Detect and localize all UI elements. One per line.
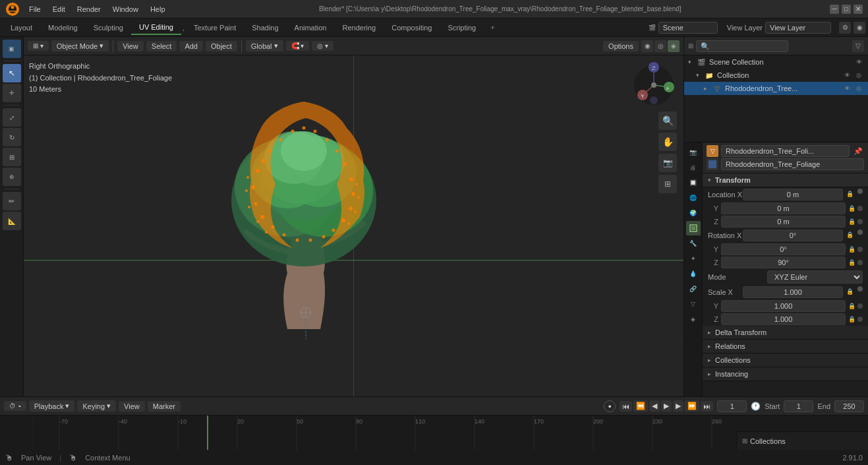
view-layer-properties-btn[interactable]: 🔲 [686, 175, 701, 190]
viewport-canvas[interactable]: Right Orthographic (1) Collection | Rhod… [24, 55, 683, 396]
rotation-y-input[interactable] [721, 243, 846, 255]
rotation-mode-select[interactable]: XYZ Euler [767, 270, 863, 284]
end-frame-input[interactable] [834, 400, 864, 412]
close-button[interactable]: ✕ [854, 5, 863, 14]
prev-frame-button[interactable]: ⏪ [633, 400, 648, 412]
transform-section-header[interactable]: ▾ Transform [703, 173, 868, 187]
timeline-track[interactable]: -70 -40 -10 20 50 80 110 140 170 200 [0, 416, 868, 450]
scale-x-dot[interactable] [857, 286, 863, 292]
physics-properties-btn[interactable]: 💧 [686, 266, 701, 281]
marker-button[interactable]: Marker [148, 401, 181, 412]
object-properties-btn[interactable] [686, 221, 701, 235]
next-frame-button[interactable]: ⏩ [685, 400, 699, 412]
rotation-y-lock[interactable]: 🔒 [847, 245, 856, 254]
scale-x-lock[interactable]: 🔒 [844, 286, 855, 297]
tab-layout[interactable]: Layout [3, 21, 40, 34]
data-name-input[interactable] [721, 158, 864, 170]
viewport-shading-material[interactable]: ◎ [654, 40, 666, 52]
rotation-z-lock[interactable]: 🔒 [847, 258, 856, 267]
tree-object[interactable] [156, 75, 465, 339]
scale-z-input[interactable] [721, 313, 846, 325]
maximize-button[interactable]: □ [842, 5, 851, 14]
collection-eye-icon[interactable]: 👁 [842, 70, 852, 80]
minimize-button[interactable]: ─ [830, 5, 839, 14]
object-render-icon[interactable]: ◎ [854, 83, 864, 94]
world-properties-btn[interactable]: 🌍 [686, 206, 701, 220]
viewport-shading-rendered[interactable]: ◈ [668, 40, 680, 52]
tab-scripting[interactable]: Scripting [440, 21, 484, 34]
scale-x-input[interactable] [743, 286, 843, 298]
tab-sculpting[interactable]: Sculpting [86, 21, 131, 34]
tab-shading[interactable]: Shading [244, 21, 286, 34]
rotation-z-dot[interactable] [857, 260, 863, 265]
location-z-input[interactable] [721, 216, 846, 228]
tab-modeling[interactable]: Modeling [40, 21, 86, 34]
transform-global-button[interactable]: Global ▾ [246, 40, 283, 51]
prev-key-button[interactable]: ◀ [649, 400, 660, 412]
delta-transform-header[interactable]: ▸ Delta Transform [703, 326, 868, 339]
rotation-z-input[interactable] [721, 257, 846, 268]
location-x-lock[interactable]: 🔒 [844, 189, 855, 199]
record-button[interactable]: ● [604, 400, 616, 412]
annotate-tool-button[interactable]: ✏ [3, 192, 21, 210]
constraints-properties-btn[interactable]: 🔗 [686, 282, 701, 296]
rotation-x-input[interactable] [743, 230, 843, 241]
collection-render-icon[interactable]: ◎ [854, 70, 864, 80]
outliner-filter-button[interactable]: ▽ [850, 40, 864, 52]
start-frame-input[interactable] [784, 400, 813, 412]
relations-header[interactable]: ▸ Relations [703, 340, 868, 353]
viewport[interactable]: ⊞ ▾ Object Mode ▾ View Select Add Object… [24, 37, 683, 396]
next-key-button[interactable]: ▶ [673, 400, 683, 412]
camera-button[interactable]: 📷 [658, 154, 677, 172]
rotation-x-lock[interactable]: 🔒 [844, 230, 855, 240]
editor-type-button[interactable]: ⊞ ▾ [28, 41, 49, 51]
object-mode-button[interactable]: Object Mode ▾ [51, 40, 109, 51]
collection-row[interactable]: ▾ 📁 Collection 👁 ◎ [684, 69, 868, 82]
object-eye-icon[interactable]: 👁 [842, 83, 852, 94]
object-row[interactable]: ▸ ▽ Rhododendron_Tree... 👁 ◎ [684, 82, 868, 95]
rotation-x-dot[interactable] [857, 230, 863, 235]
outliner-search-input[interactable] [696, 40, 788, 52]
tab-texture-paint[interactable]: Texture Paint [186, 21, 244, 34]
keying-button[interactable]: Keying ▾ [77, 400, 116, 412]
scale-z-lock[interactable]: 🔒 [847, 315, 856, 324]
render-properties-btn[interactable]: 📷 [686, 145, 701, 160]
location-x-dot[interactable] [857, 189, 863, 194]
scale-tool-button[interactable]: ⊞ [3, 148, 21, 166]
scene-collection-row[interactable]: ▾ 🎬 Scene Collection 👁 [684, 55, 868, 69]
render-engine-icon[interactable]: ⚙ [839, 22, 851, 34]
location-y-input[interactable] [721, 202, 846, 214]
pin-button[interactable]: 📌 [852, 145, 864, 157]
current-frame-input[interactable] [717, 400, 747, 412]
measure-tool-button[interactable]: 📐 [3, 212, 21, 230]
particles-properties-btn[interactable]: ✦ [686, 251, 701, 266]
menu-edit[interactable]: Edit [47, 4, 71, 15]
tab-uv-editing[interactable]: UV Editing [131, 20, 181, 35]
axis-widget[interactable]: X Y Z [631, 62, 677, 108]
scale-y-input[interactable] [721, 300, 846, 312]
view-menu-button[interactable]: View [117, 41, 144, 51]
menu-window[interactable]: Window [107, 4, 144, 15]
scene-input[interactable] [658, 22, 718, 34]
location-z-lock[interactable]: 🔒 [847, 217, 856, 226]
add-menu-button[interactable]: Add [179, 41, 203, 51]
scale-y-dot[interactable] [857, 303, 863, 309]
location-y-dot[interactable] [857, 206, 863, 211]
material-properties-btn[interactable]: ◈ [686, 312, 701, 326]
jump-start-button[interactable]: ⏮ [620, 401, 632, 412]
snap-button[interactable]: 🧲 ▾ [286, 41, 310, 51]
proportional-edit-button[interactable]: ◎ ▾ [312, 41, 333, 51]
instancing-header[interactable]: ▸ Instancing [703, 367, 868, 381]
location-y-lock[interactable]: 🔒 [847, 204, 856, 213]
select-menu-button[interactable]: Select [146, 41, 177, 51]
scale-z-dot[interactable] [857, 317, 863, 322]
move-tool-button[interactable]: ⤢ [3, 108, 21, 127]
output-properties-btn[interactable]: 🖨 [686, 160, 701, 175]
view-layer-input[interactable] [765, 22, 831, 34]
eye-icon[interactable]: 👁 [854, 57, 864, 67]
pan-view-button[interactable]: ✋ [658, 133, 677, 151]
viewport-shading-solid[interactable]: ◉ [641, 40, 653, 52]
grid-toggle-button[interactable]: ⊞ [658, 175, 677, 193]
scale-y-lock[interactable]: 🔒 [847, 301, 856, 311]
tab-compositing[interactable]: Compositing [384, 21, 440, 34]
